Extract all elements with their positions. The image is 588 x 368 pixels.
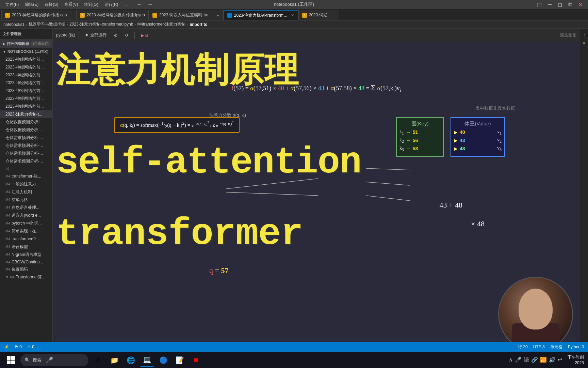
task-view-button[interactable]: 🖥	[91, 353, 105, 367]
sidebar-item-m4-4[interactable]: M4空单元格	[0, 196, 52, 204]
sidebar-item-m4-2[interactable]: M4一般的注意力...	[0, 180, 52, 188]
sidebar-item-m4-6[interactable]: M4词嵌入(word e...	[0, 212, 52, 219]
sidebar-item[interactable]: 仓储需求预测分析-...	[0, 150, 52, 157]
tab-close-2[interactable]: ●	[216, 13, 220, 17]
value-row-2: ▶ 43 v2	[454, 137, 502, 144]
crumb-4[interactable]: import to	[190, 22, 207, 27]
sidebar-item[interactable]: 2023-神经网络的前...	[0, 56, 52, 63]
sidebar-item[interactable]: 2023-神经网络的前...	[0, 63, 52, 71]
clock-date: 2023	[568, 360, 584, 366]
sidebar-header: 文件管理器 ⋯	[0, 29, 52, 40]
maximize-icon[interactable]: ◻	[555, 1, 565, 9]
menu-view[interactable]: 查看(V)	[62, 1, 81, 8]
svg-line-1	[226, 192, 318, 196]
sidebar-item-m4-7[interactable]: M4pytorch 中的词...	[0, 219, 52, 227]
tray-up-icon[interactable]: ∧	[509, 356, 513, 364]
explorer-header[interactable]: ▶ 打开的编辑器 2个未保存	[0, 40, 52, 48]
menu-select[interactable]: 选择(S)	[42, 1, 61, 8]
menu-more[interactable]: ...	[121, 1, 130, 7]
window-title: notebooks1 (工作区)	[274, 1, 314, 7]
notebooks-header[interactable]: ▼ NOTEBOOKS1 (工作区)	[0, 48, 52, 56]
chrome-icon: 🌐	[127, 356, 135, 364]
tray-lang-icon[interactable]: 語	[524, 356, 529, 364]
sidebar-item[interactable]: 2023-神经网络的前...	[0, 87, 52, 95]
crumb-0[interactable]: notebooks1	[3, 22, 24, 27]
close-icon[interactable]: ✕	[575, 1, 585, 9]
tab-label-0: 2023-神经网络的前向传播 copy.ipynb	[12, 12, 72, 18]
clear-btn[interactable]: ⊘	[111, 32, 120, 39]
tab-close-3[interactable]: ✕	[290, 13, 295, 18]
sidebar-item-v[interactable]: ▼ M4Transformer算...	[0, 273, 52, 281]
taskbar-search[interactable]: 🔍 搜索 🎤	[20, 354, 88, 366]
sidebar-item[interactable]: 2023-神经网络的前...	[0, 103, 52, 110]
menu-run[interactable]: 运行(R)	[102, 1, 121, 8]
tray-wifi-icon[interactable]: 📶	[540, 356, 547, 364]
sidebar-item[interactable]: 2023-神经网络的前...	[0, 71, 52, 79]
sidebar-item[interactable]: 仓储需求预测分析-...	[0, 134, 52, 142]
sidebar-item-m4-10[interactable]: M4语言模型	[0, 243, 52, 251]
sidebar-item-active[interactable]: 2023-注意力机制-t...	[0, 110, 52, 118]
menu-file[interactable]: 文件(F)	[3, 1, 21, 8]
sidebar-item[interactable]: 2023-神经网络的前...	[0, 79, 52, 87]
tray-mic-icon[interactable]: 🎤	[515, 356, 522, 364]
chrome-button[interactable]: 🌐	[124, 353, 137, 367]
right-icon-2[interactable]: ≡	[581, 40, 587, 46]
key-box: 围(Key) k1 → 51 k2 → 56 k3 → 58	[396, 117, 444, 157]
sidebar-item[interactable]: 2023-神经网络的前...	[0, 95, 52, 103]
sidebar-item-m4-1[interactable]: M4transformer-注...	[0, 172, 52, 180]
sidebar-item-m4-5[interactable]: M4自然语言处理...	[0, 204, 52, 212]
forward-button[interactable]: →	[145, 1, 155, 7]
sidebar-options-icon[interactable]: ⋯	[44, 31, 50, 37]
notebooks-label: NOTEBOOKS1 (工作区)	[7, 49, 48, 54]
wps-button[interactable]: 📝	[173, 353, 186, 367]
crumb-3[interactable]: M4transformer-注意力机制	[137, 21, 185, 27]
sidebar-item[interactable]: 仓储需求预测分析-...	[0, 157, 52, 165]
sidebar-item-m4-13[interactable]: M4位置编码	[0, 265, 52, 273]
sidebar-item-m4-8[interactable]: M4简单实现（在...	[0, 227, 52, 235]
tab-1[interactable]: J 2023-神经网络的反向传播.ipynb	[76, 10, 149, 20]
tray-sound-icon[interactable]: 🔊	[549, 356, 556, 364]
minimize-icon[interactable]: ─	[545, 1, 554, 8]
sidebar-item-m4-11[interactable]: M4N-gram语言模型	[0, 251, 52, 259]
restart-btn[interactable]: ↺	[122, 32, 131, 39]
unsaved-badge: 2个未保存	[31, 41, 50, 46]
file-explorer-button[interactable]: 📁	[108, 353, 121, 367]
sidebar-item[interactable]: 仓储数据预测分析-...	[0, 126, 52, 134]
restore-icon[interactable]: ⧉	[566, 1, 575, 8]
red-app-button[interactable]: ⏺	[189, 353, 203, 367]
tray-back-icon[interactable]: ↩	[558, 356, 562, 364]
blue-app-icon: 🔵	[159, 356, 168, 364]
tab-icon-3: J	[227, 13, 232, 18]
tab-4[interactable]: J 2023-词嵌...	[298, 10, 339, 20]
sidebar-item[interactable]: 仓储需求预测分析-...	[0, 142, 52, 150]
main-layout: 文件管理器 ⋯ ▶ 打开的编辑器 2个未保存 ▼ NOTEBOOKS1 (工作区…	[0, 29, 588, 352]
menu-edit[interactable]: 编辑(E)	[22, 1, 41, 8]
crumb-2[interactable]: 2023-注意力机制-transformer.ipynb	[69, 21, 133, 27]
content-area: pytorc (账) ▶ 全部运行 ⊘ ↺ ▶ B 满足图图 注意力机制原理 s…	[53, 29, 580, 352]
vscode-taskbar-button[interactable]: 💻	[140, 353, 154, 367]
tab-0[interactable]: J 2023-神经网络的前向传播 copy.ipynb	[1, 10, 76, 20]
sidebar-toggle-icon[interactable]: ◫	[534, 1, 544, 9]
tab-icon-0: J	[5, 13, 10, 18]
statusbar: ⚡ ⚑ 0 ⚠ 0 行 20 UTF-8 单元格 Python 3	[0, 342, 588, 352]
self-attention-text: self-attention	[56, 141, 361, 184]
arrow-icon-btn[interactable]: 🔵	[157, 353, 170, 367]
tab-icon-1: J	[80, 13, 85, 18]
sidebar-item-m4-9[interactable]: M4transformer中...	[0, 235, 52, 243]
start-button[interactable]	[4, 353, 18, 367]
tab-2[interactable]: J 2023-词嵌入与位置编码-transformer.ipynb ●	[149, 10, 224, 20]
back-button[interactable]: ←	[134, 1, 144, 7]
crumb-1[interactable]: 机器学习与数据挖掘	[29, 21, 65, 27]
sidebar-item[interactable]: 仓储数据预测分析-i...	[0, 118, 52, 126]
sidebar-item-m4-3[interactable]: M4注意力机制	[0, 188, 52, 196]
menu-goto[interactable]: 转到(G)	[81, 1, 101, 8]
task-view-icon: 🖥	[95, 356, 101, 364]
bilibili-btn[interactable]: ▶ B	[138, 32, 150, 39]
kernel-btn[interactable]: ▶ 全部运行	[82, 31, 109, 40]
right-icon-1[interactable]: ⋮	[581, 31, 587, 37]
tray-link-icon[interactable]: 🔗	[531, 356, 538, 364]
windows-logo-icon	[7, 356, 15, 364]
sidebar-item[interactable]: 网	[0, 165, 52, 172]
tab-3[interactable]: J 2023-注意力机制-transformer .ipynb ✕	[224, 10, 298, 20]
sidebar-item-m4-12[interactable]: M4CBOW(Continu...	[0, 259, 52, 265]
